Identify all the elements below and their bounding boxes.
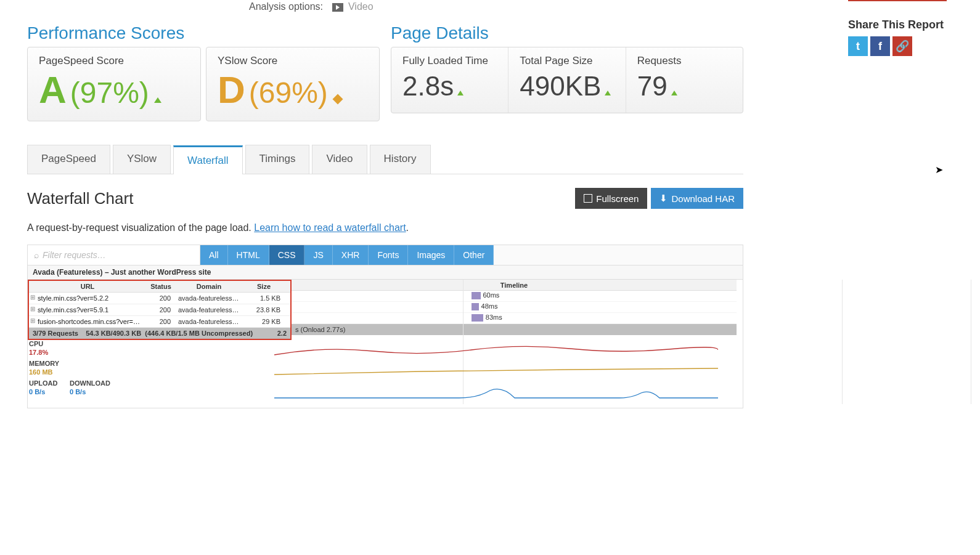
summary-time: 2.2 bbox=[277, 330, 287, 337]
download-label: DOWNLOAD bbox=[70, 379, 110, 387]
analysis-options: Analysis options: Video bbox=[27, 0, 743, 23]
filter-all-button[interactable]: All bbox=[200, 245, 228, 265]
timeline-bar bbox=[472, 314, 483, 322]
filter-requests-input[interactable] bbox=[43, 245, 194, 265]
bandwidth-sparkline bbox=[274, 384, 718, 399]
row-url: style.min.css?ver=5.9.1 bbox=[29, 304, 146, 315]
tab-video[interactable]: Video bbox=[312, 145, 367, 174]
report-tabs: PageSpeedYSlowWaterfallTimingsVideoHisto… bbox=[27, 145, 743, 174]
pagespeed-label: PageSpeed Score bbox=[39, 55, 189, 67]
summary-requests: 3/79 Requests bbox=[33, 330, 78, 337]
video-icon bbox=[332, 3, 343, 12]
col-status[interactable]: Status bbox=[146, 281, 176, 292]
download-value: 0 B/s bbox=[70, 388, 86, 395]
trend-up-icon bbox=[457, 91, 463, 95]
site-title: Avada (Featureless) – Just another WordP… bbox=[28, 265, 743, 280]
summary-onload: s (Onload 2.77s) bbox=[295, 326, 345, 333]
timeline-gridline bbox=[842, 280, 843, 404]
filter-xhr-button[interactable]: XHR bbox=[333, 245, 369, 265]
timeline-row: 83ms bbox=[292, 313, 737, 324]
trend-up-icon bbox=[154, 97, 161, 103]
download-icon bbox=[659, 193, 668, 204]
timeline-row: 60ms bbox=[292, 291, 737, 302]
filter-fonts-button[interactable]: Fonts bbox=[369, 245, 408, 265]
yslow-label: YSlow Score bbox=[218, 55, 368, 67]
filter-css-button[interactable]: CSS bbox=[269, 245, 305, 265]
timeline-time-label: 83ms bbox=[486, 314, 502, 321]
col-url[interactable]: URL bbox=[29, 281, 146, 292]
table-row[interactable]: style.min.css?ver=5.2.2200avada-featurel… bbox=[29, 293, 290, 304]
share-facebook-button[interactable]: f bbox=[870, 36, 890, 56]
row-url: style.min.css?ver=5.2.2 bbox=[29, 293, 146, 304]
fullscreen-icon bbox=[584, 194, 592, 203]
wf-desc-dot: . bbox=[406, 222, 409, 233]
waterfall-filter-bar: ⌕ AllHTMLCSSJSXHRFontsImagesOther bbox=[27, 245, 743, 265]
waterfall-table-head: URL Status Domain Size bbox=[29, 281, 290, 293]
row-domain: avada-featureless.mi… bbox=[176, 304, 242, 315]
row-status: 200 bbox=[146, 304, 176, 315]
timeline-row: 48ms bbox=[292, 302, 737, 313]
analysis-label: Analysis options: bbox=[249, 1, 323, 12]
memory-label: MEMORY bbox=[29, 360, 59, 367]
row-domain: avada-featureless.mi… bbox=[176, 316, 242, 327]
pagespeed-pct: (97%) bbox=[70, 76, 149, 110]
row-domain: avada-featureless.mi… bbox=[176, 293, 242, 304]
requests-value: 79 bbox=[637, 71, 668, 101]
tab-waterfall[interactable]: Waterfall bbox=[173, 145, 242, 174]
timeline-bar bbox=[472, 303, 479, 310]
share-report-title: Share This Report bbox=[848, 18, 953, 31]
search-icon: ⌕ bbox=[34, 250, 39, 260]
link-icon: 🔗 bbox=[896, 39, 909, 53]
filter-other-button[interactable]: Other bbox=[454, 245, 494, 265]
share-twitter-button[interactable]: t bbox=[848, 36, 868, 56]
wf-desc-text: A request-by-request visualization of th… bbox=[27, 222, 254, 233]
col-domain[interactable]: Domain bbox=[176, 281, 242, 292]
timeline-summary: s (Onload 2.77s) bbox=[292, 324, 737, 335]
filter-html-button[interactable]: HTML bbox=[228, 245, 269, 265]
cpu-sparkline bbox=[274, 342, 718, 357]
summary-size: 54.3 KB/490.3 KB bbox=[86, 330, 141, 337]
memory-sparkline bbox=[274, 363, 718, 378]
fullscreen-button[interactable]: Fullscreen bbox=[575, 188, 647, 209]
row-status: 200 bbox=[146, 316, 176, 327]
learn-waterfall-link[interactable]: Learn how to read a waterfall chart bbox=[254, 222, 406, 233]
tab-yslow[interactable]: YSlow bbox=[113, 145, 171, 174]
loaded-value: 2.8s bbox=[402, 71, 454, 101]
page-details-card: Fully Loaded Time 2.8s Total Page Size 4… bbox=[391, 47, 743, 113]
filter-js-button[interactable]: JS bbox=[304, 245, 332, 265]
size-label: Total Page Size bbox=[520, 55, 614, 67]
tab-pagespeed[interactable]: PageSpeed bbox=[27, 145, 110, 174]
row-url: fusion-shortcodes.min.css?ver=… bbox=[29, 316, 146, 327]
waterfall-description: A request-by-request visualization of th… bbox=[27, 222, 743, 233]
tab-history[interactable]: History bbox=[370, 145, 431, 174]
sidebar-red-bar bbox=[848, 0, 947, 1]
timeline-header: Timeline bbox=[292, 280, 737, 291]
timeline-time-label: 60ms bbox=[483, 291, 499, 299]
twitter-icon: t bbox=[856, 40, 860, 53]
row-status: 200 bbox=[146, 293, 176, 304]
cpu-value: 17.8% bbox=[29, 349, 48, 356]
pagespeed-card: PageSpeed Score A (97%) bbox=[27, 47, 201, 121]
timeline-gridline bbox=[971, 280, 971, 404]
memory-value: 160 MB bbox=[29, 368, 53, 376]
download-har-button[interactable]: Download HAR bbox=[651, 188, 743, 209]
summary-uncompressed: (446.4 KB/1.5 MB Uncompressed) bbox=[145, 330, 253, 337]
waterfall-left-highlight: URL Status Domain Size style.min.css?ver… bbox=[28, 280, 292, 340]
table-row[interactable]: fusion-shortcodes.min.css?ver=…200avada-… bbox=[29, 316, 290, 328]
col-size[interactable]: Size bbox=[242, 281, 285, 292]
fullscreen-label: Fullscreen bbox=[596, 193, 639, 204]
trend-neutral-icon bbox=[332, 94, 343, 105]
perf-strip: CPU 17.8% MEMORY 160 MB UPLOAD DOWNLOAD … bbox=[28, 340, 743, 408]
download-label: Download HAR bbox=[671, 193, 735, 204]
yslow-card: YSlow Score D (69%) bbox=[206, 47, 380, 121]
analysis-video[interactable]: Video bbox=[348, 1, 374, 12]
row-size: 1.5 KB bbox=[242, 293, 285, 304]
facebook-icon: f bbox=[878, 40, 882, 53]
tab-timings[interactable]: Timings bbox=[245, 145, 310, 174]
filter-images-button[interactable]: Images bbox=[408, 245, 454, 265]
table-row[interactable]: style.min.css?ver=5.9.1200avada-featurel… bbox=[29, 304, 290, 316]
waterfall-summary: 3/79 Requests 54.3 KB/490.3 KB (446.4 KB… bbox=[29, 328, 290, 339]
trend-up-icon bbox=[605, 91, 611, 95]
share-link-button[interactable]: 🔗 bbox=[892, 36, 912, 56]
page-details-title: Page Details bbox=[391, 23, 743, 43]
